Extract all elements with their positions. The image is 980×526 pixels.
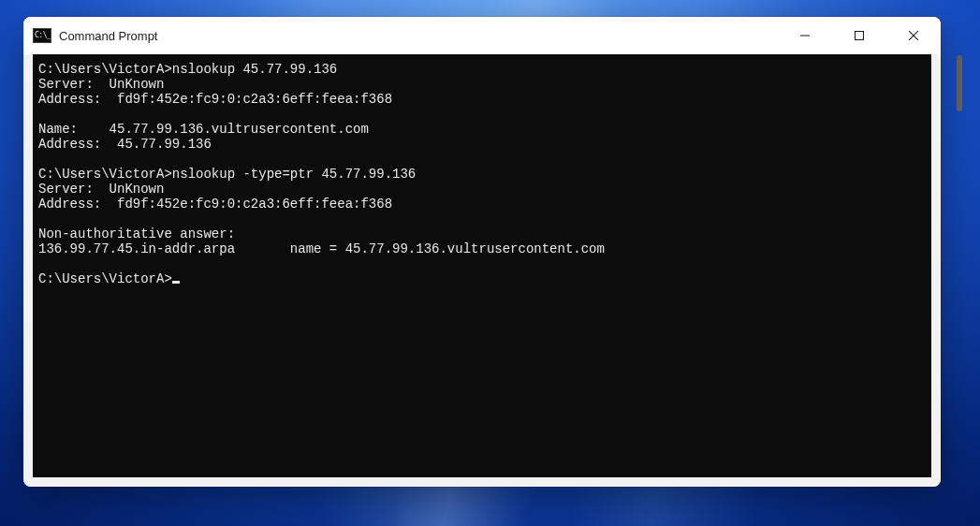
terminal-client-area: C:\Users\VictorA>nslookup 45.77.99.136Se… xyxy=(23,54,941,487)
output-text: Server: UnKnown xyxy=(38,77,164,92)
terminal-line: Address: fd9f:452e:fc9:0:c2a3:6eff:feea:… xyxy=(38,92,926,107)
command-text: nslookup -type=ptr 45.77.99.136 xyxy=(172,167,416,182)
close-button[interactable] xyxy=(886,17,941,54)
output-text: 136.99.77.45.in-addr.arpa name = 45.77.9… xyxy=(38,241,605,256)
terminal-line: Address: fd9f:452e:fc9:0:c2a3:6eff:feea:… xyxy=(38,197,926,212)
prompt-text: C:\Users\VictorA> xyxy=(38,167,172,182)
terminal-line xyxy=(38,212,926,226)
output-text: Server: UnKnown xyxy=(38,182,164,197)
maximize-icon xyxy=(855,31,864,40)
cmd-icon xyxy=(33,28,51,43)
output-text: Non-authoritative answer: xyxy=(38,226,235,241)
close-icon xyxy=(909,31,918,40)
command-text: nslookup 45.77.99.136 xyxy=(172,62,337,77)
prompt-text: C:\Users\VictorA> xyxy=(38,62,172,77)
titlebar[interactable]: Command Prompt xyxy=(23,17,941,54)
prompt-text: C:\Users\VictorA> xyxy=(38,271,172,286)
terminal-scrollbar-thumb[interactable] xyxy=(957,55,962,111)
minimize-button[interactable] xyxy=(778,17,832,54)
terminal-line: Server: UnKnown xyxy=(38,77,926,92)
terminal-line: Non-authoritative answer: xyxy=(38,226,926,241)
terminal-line: Address: 45.77.99.136 xyxy=(38,137,926,152)
terminal-line: C:\Users\VictorA> xyxy=(38,271,926,286)
svg-rect-1 xyxy=(856,32,864,40)
output-text: Address: fd9f:452e:fc9:0:c2a3:6eff:feea:… xyxy=(38,197,392,212)
terminal-line xyxy=(38,256,926,271)
output-text: Address: fd9f:452e:fc9:0:c2a3:6eff:feea:… xyxy=(38,92,392,107)
terminal-line xyxy=(38,152,926,167)
terminal-line: C:\Users\VictorA>nslookup -type=ptr 45.7… xyxy=(38,167,926,182)
output-text: Address: 45.77.99.136 xyxy=(38,137,212,152)
terminal-line: Name: 45.77.99.136.vultrusercontent.com xyxy=(38,122,926,137)
text-cursor xyxy=(172,281,180,284)
window-title: Command Prompt xyxy=(59,29,778,43)
maximize-button[interactable] xyxy=(832,17,886,54)
terminal-line: C:\Users\VictorA>nslookup 45.77.99.136 xyxy=(38,62,926,77)
minimize-icon xyxy=(800,31,810,40)
terminal-output[interactable]: C:\Users\VictorA>nslookup 45.77.99.136Se… xyxy=(33,54,931,477)
desktop-background: Command Prompt xyxy=(0,0,980,526)
terminal-line: 136.99.77.45.in-addr.arpa name = 45.77.9… xyxy=(38,241,926,256)
terminal-line xyxy=(38,107,926,122)
command-prompt-window: Command Prompt xyxy=(23,17,941,487)
terminal-line: Server: UnKnown xyxy=(38,182,926,197)
window-controls xyxy=(778,17,941,54)
output-text: Name: 45.77.99.136.vultrusercontent.com xyxy=(38,122,369,137)
